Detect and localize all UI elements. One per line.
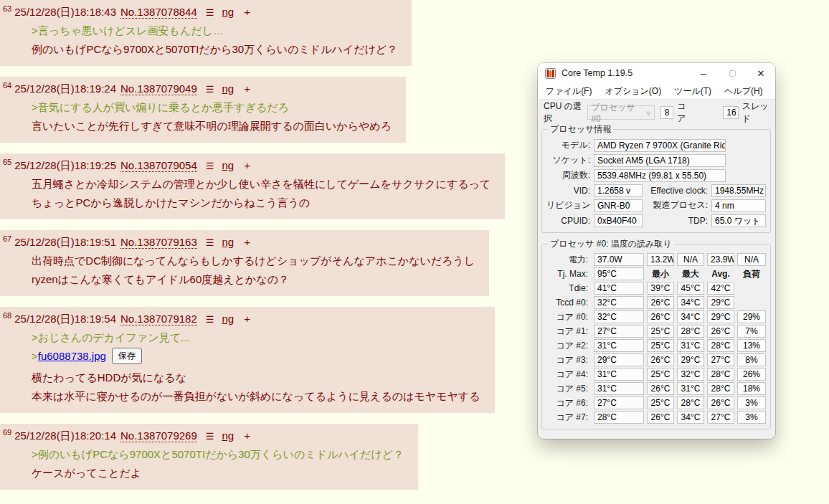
post-menu-icon[interactable]: ☰ [206,161,214,171]
sensor-min: 26°C [647,310,674,323]
menu-options[interactable]: オプション(O) [598,85,668,98]
sensor-load: 7% [737,325,766,338]
post-body: >例のいもげPCなら9700Xと5070TIだから30万くらいのミドルハイだけど… [32,445,404,482]
quote-line: >言っちゃ悪いけどスレ画安もんだし… [32,22,397,40]
menu-bar: ファイル(F) オプション(O) ツール(T) ヘルプ(H) [538,83,775,100]
post-header: 6425/12/28(日)18:19:24No.1387079049☰ng+ [1,79,392,92]
post-number-link[interactable]: No.1387079054 [120,159,197,172]
sensor-max: 31°C [677,382,704,395]
sensor-load: 26% [737,368,766,381]
sensor-max: 34°C [677,411,704,424]
ng-link[interactable]: ng [222,236,234,248]
cpu-select-label: CPU の選択 [544,100,582,125]
sensor-min: 25°C [647,325,674,338]
expand-plus-link[interactable]: + [244,159,250,171]
thread-count-label: スレッド [742,100,771,125]
post-body: >おじさんのデカイファン見て... >fu6088738.jpg保存 横たわって… [32,328,480,406]
post-menu-icon[interactable]: ☰ [206,237,214,248]
cpuid-label: CPUID: [546,216,594,226]
post-69: 6925/12/28(日)18:20:14No.1387079269☰ng+ >… [0,424,418,490]
power-current: 37.0W [594,253,644,266]
post-number-link[interactable]: No.1387079269 [120,429,197,442]
sensor-current: 29°C [594,353,644,366]
maximize-button[interactable] [718,63,747,83]
expand-plus-link[interactable]: + [244,313,250,325]
sensor-current: 32°C [594,310,644,323]
ng-link[interactable]: ng [222,159,234,171]
header-load: 負荷 [737,268,766,280]
effective-clock-value: 1948.55MHz [711,184,766,197]
post-number-link[interactable]: No.1387079163 [120,236,197,249]
post-menu-icon[interactable]: ☰ [206,431,214,442]
close-button[interactable]: ✕ [747,63,775,83]
expand-plus-link[interactable]: + [244,236,250,248]
model-value: AMD Ryzen 7 9700X (Granite Ridge) [594,139,726,152]
post-body: 出荷時点でDC制御になってんならもしかするけどショップがそんなアホこかないだろう… [32,252,475,289]
ng-link[interactable]: ng [222,429,234,442]
temperature-legend: プロセッサ #0: 温度の読み取り [548,238,674,250]
post-64: 6425/12/28(日)18:19:24No.1387079049☰ng+ >… [0,77,406,143]
cpuid-row: CPUID: 0xB40F40 TDP: 65.0 ワット [546,213,766,228]
post-number-link[interactable]: No.1387079182 [120,313,197,325]
post-menu-icon[interactable]: ☰ [206,7,214,18]
core-count-label: コア [677,100,691,125]
post-ordinal: 67 [3,234,11,243]
sensor-avg: 29°C [707,310,734,323]
post-63: 6325/12/28(日)18:18:43No.1387078844☰ng+ >… [0,0,412,66]
post-number-link[interactable]: No.1387079049 [120,82,197,95]
sensor-min: 26°C [647,382,674,395]
post-ordinal: 65 [3,158,11,166]
title-bar[interactable]: Core Temp 1.19.5 – ✕ [538,63,775,83]
post-header: 6725/12/28(日)18:19:51No.1387079163☰ng+ [1,232,475,246]
sensor-max: 34°C [677,310,704,323]
sensor-min: 39°C [647,282,674,295]
menu-help[interactable]: ヘルプ(H) [718,85,769,98]
sensor-load: 3% [737,396,766,409]
file-link[interactable]: fu6088738.jpg [38,350,106,362]
post-header: 6825/12/28(日)18:19:54No.1387079182☰ng+ [1,309,480,323]
window-controls: – ✕ [689,63,775,83]
minimize-icon: – [701,67,706,79]
post-ordinal: 68 [3,311,11,320]
sensor-label: コア #6: [546,397,591,409]
sensor-max: 32°C [677,368,704,381]
ng-link[interactable]: ng [222,82,234,95]
expand-plus-link[interactable]: + [244,429,250,442]
sensor-max: 45°C [677,282,704,295]
process-label: 製造プロセス: [643,199,711,211]
processor-dropdown[interactable]: プロセッサ #0 ∨ [587,105,655,120]
post-number-link[interactable]: No.1387078844 [120,6,197,19]
post-ordinal: 63 [3,4,11,13]
vid-label: VID: [546,186,594,196]
coretemp-window: Core Temp 1.19.5 – ✕ ファイル(F) オプション(O) ツー… [538,63,775,439]
post-menu-icon[interactable]: ☰ [206,314,214,325]
menu-tools[interactable]: ツール(T) [668,85,718,98]
post-menu-icon[interactable]: ☰ [206,84,214,95]
post-68: 6825/12/28(日)18:19:54No.1387079182☰ng+ >… [0,307,495,413]
core-4-row: コア #4: 31°C 25°C 32°C 28°C 26% [546,367,766,381]
minimize-button[interactable]: – [689,63,718,83]
expand-plus-link[interactable]: + [244,82,250,95]
text-line: 出荷時点でDC制御になってんならもしかするけどショップがそんなアホこかないだろう… [32,252,475,270]
post-date: 25/12/28(日)18:19:51 [14,236,116,248]
save-button[interactable]: 保存 [112,348,142,364]
menu-file[interactable]: ファイル(F) [539,85,598,98]
sensor-label: コア #1: [546,325,591,338]
ng-link[interactable]: ng [222,6,234,18]
socket-row: ソケット: Socket AM5 (LGA 1718) [546,153,766,168]
sensor-label: コア #2: [546,340,591,352]
cpu-select-row: CPU の選択 プロセッサ #0 ∨ 8 コア 16 スレッド [544,104,771,121]
power-min: 13.2W [647,253,674,266]
sensor-min: 25°C [647,339,674,352]
core-5-row: コア #5: 31°C 26°C 31°C 28°C 18% [546,381,766,396]
sensor-min: 26°C [647,353,674,366]
expand-plus-link[interactable]: + [244,6,250,18]
revision-label: リビジョン [546,199,594,211]
text-line: ケースがってことだよ [32,464,404,482]
ng-link[interactable]: ng [222,313,234,325]
effective-clock-label: Effective clock: [643,186,711,196]
sensor-current: 27°C [594,325,644,338]
sensor-min: 26°C [647,296,674,309]
header-max: 最大 [677,268,704,280]
sensor-max: 28°C [677,325,704,338]
